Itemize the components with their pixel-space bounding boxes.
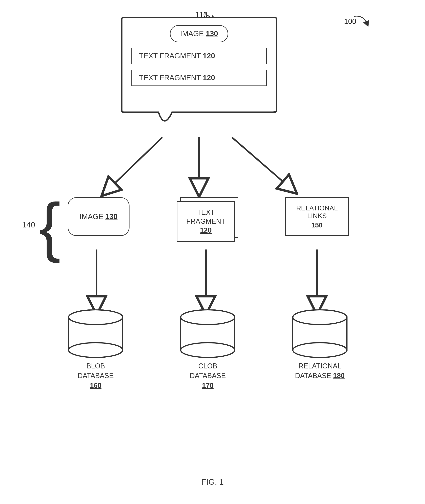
- ref-100-arrow: [352, 14, 371, 30]
- relational-links-container: RELATIONAL LINKS 150: [276, 197, 358, 236]
- svg-point-17: [181, 343, 235, 357]
- text-fragment-stacked: TEXTFRAGMENT 120: [177, 197, 239, 242]
- clob-db-container: CLOB DATABASE 170: [166, 309, 249, 390]
- fig-caption: FIG. 1: [201, 477, 224, 487]
- image-box: IMAGE 130: [68, 197, 129, 236]
- document-content: IMAGE 130 TEXT FRAGMENT 120 TEXT FRAGMEN…: [120, 15, 278, 135]
- image-label: IMAGE: [180, 30, 204, 38]
- databases-row: BLOB DATABASE 160 CLOB DATABASE 170: [54, 309, 361, 390]
- image-pill: IMAGE 130: [170, 25, 228, 42]
- image-ref: 130: [206, 30, 218, 38]
- diagonal-arrows: [58, 132, 358, 205]
- blob-db-label: BLOB DATABASE 160: [78, 361, 114, 390]
- rel-links-label: RELATIONAL LINKS: [290, 204, 344, 220]
- boxes-row: IMAGE 130 TEXTFRAGMENT 120 RELATIONAL LI…: [58, 197, 358, 242]
- text-frag-box-ref: 120: [200, 226, 212, 235]
- relational-db-container: RELATIONAL DATABASE 180: [278, 309, 361, 381]
- paper-front: TEXTFRAGMENT 120: [177, 201, 235, 242]
- text-frag-ref-1: 120: [203, 52, 215, 60]
- relational-links-box: RELATIONAL LINKS 150: [285, 197, 349, 236]
- text-fragment-1: TEXT FRAGMENT 120: [131, 48, 267, 64]
- clob-db-svg: [177, 309, 239, 360]
- text-frag-box-label: TEXTFRAGMENT: [186, 208, 225, 226]
- diagram: 100 110 IMAGE: [0, 0, 425, 504]
- svg-point-12: [69, 310, 123, 324]
- down-arrows: [56, 246, 361, 315]
- clob-db-label: CLOB DATABASE 170: [190, 361, 226, 390]
- text-fragment-container: TEXTFRAGMENT 120: [167, 197, 248, 242]
- svg-line-1: [108, 137, 162, 189]
- svg-point-23: [293, 343, 347, 357]
- blob-db-container: BLOB DATABASE 160: [54, 309, 137, 390]
- svg-line-3: [232, 137, 290, 188]
- ref-140: 140: [22, 221, 35, 229]
- relational-db-label: RELATIONAL DATABASE 180: [295, 361, 345, 381]
- blob-db-svg: [65, 309, 126, 360]
- text-frag-label-2: TEXT FRAGMENT: [139, 74, 201, 82]
- rel-links-ref: 150: [311, 221, 323, 229]
- svg-point-18: [181, 310, 235, 324]
- text-frag-ref-2: 120: [203, 74, 215, 82]
- svg-point-11: [69, 343, 123, 357]
- text-fragment-2: TEXT FRAGMENT 120: [131, 70, 267, 86]
- svg-point-24: [293, 310, 347, 324]
- image-box-container: IMAGE 130: [58, 197, 139, 236]
- image-box-ref: 130: [105, 213, 118, 221]
- relational-db-svg: [289, 309, 351, 360]
- image-box-label: IMAGE: [80, 213, 103, 221]
- text-frag-label-1: TEXT FRAGMENT: [139, 52, 201, 60]
